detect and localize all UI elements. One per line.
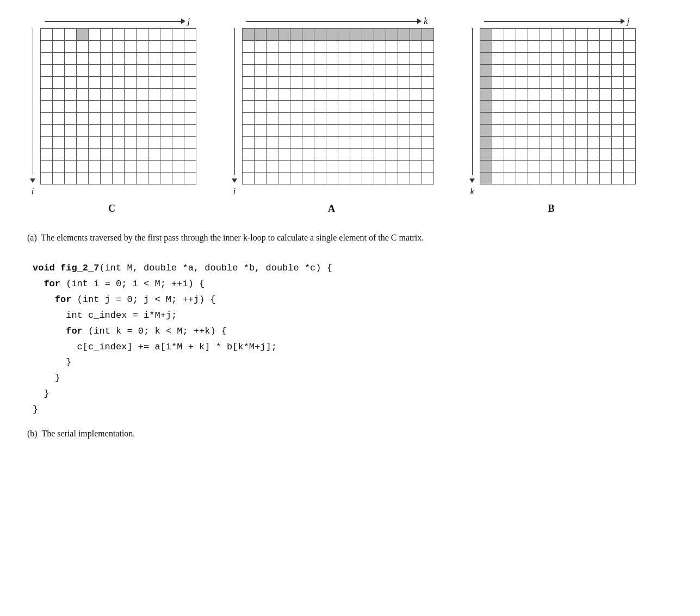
grid-b-cell	[492, 113, 504, 125]
grid-a-cell	[410, 149, 422, 161]
j-axis-arrow-c: j	[34, 16, 190, 26]
grid-a-cell	[350, 173, 362, 184]
grid-b-cell	[600, 149, 612, 161]
grid-b-cell	[564, 89, 576, 101]
grid-b-cell	[528, 65, 540, 77]
grid-c-cell	[65, 29, 77, 41]
grid-b-cell	[588, 173, 600, 184]
grid-a-cell	[350, 101, 362, 113]
grid-c-cell	[89, 65, 101, 77]
grid-b-cell	[492, 65, 504, 77]
grid-b-cell	[492, 125, 504, 137]
grid-c-cell	[53, 29, 65, 41]
grid-b-cell	[540, 29, 552, 41]
grid-b-cell	[540, 65, 552, 77]
grid-a-cell	[374, 125, 386, 137]
grid-c-cell	[184, 101, 196, 113]
grid-a-cell	[243, 137, 255, 149]
grid-c-cell	[172, 101, 184, 113]
grid-b-cell	[624, 29, 636, 41]
grid-b-cell	[552, 125, 564, 137]
grid-a-cell	[410, 101, 422, 113]
grid-a-cell	[338, 53, 350, 65]
grid-b-cell	[516, 149, 528, 161]
grid-a-cell	[410, 41, 422, 53]
grid-c-cell	[125, 137, 137, 149]
grid-c-cell	[101, 65, 113, 77]
grid-b-cell	[504, 173, 516, 184]
grid-a-cell	[362, 89, 374, 101]
grid-a-cell	[267, 173, 278, 184]
grid-c-cell	[41, 65, 53, 77]
grid-b-cell	[480, 113, 492, 125]
grid-a-cell	[386, 29, 398, 41]
grid-b-cell	[516, 89, 528, 101]
grid-b-cell	[576, 149, 588, 161]
grid-c-cell	[41, 89, 53, 101]
grid-b-cell	[564, 137, 576, 149]
grid-a-cell	[362, 137, 374, 149]
grid-a-cell	[290, 149, 302, 161]
grid-b-cell	[480, 161, 492, 173]
grid-c-cell	[41, 161, 53, 173]
grid-c-cell	[65, 41, 77, 53]
grid-b-cell	[588, 137, 600, 149]
k-label-b: k	[470, 187, 474, 196]
grid-c-cell	[101, 149, 113, 161]
grid-a-cell	[290, 173, 302, 184]
j-axis-arrow-b: j	[473, 16, 630, 26]
grid-a-cell	[338, 137, 350, 149]
grid-a-cell	[243, 149, 255, 161]
grid-b-cell	[528, 53, 540, 65]
grid-c-cell	[113, 29, 125, 41]
grid-a-cell	[255, 65, 267, 77]
grid-b-cell	[504, 137, 516, 149]
grid-c-cell	[137, 125, 148, 137]
grid-c-cell	[160, 77, 172, 89]
grid-b-cell	[516, 53, 528, 65]
grid-c-cell	[148, 41, 160, 53]
grid-c-cell	[125, 149, 137, 161]
grid-b-cell	[492, 149, 504, 161]
grid-b-cell	[540, 53, 552, 65]
grid-a-cell	[267, 65, 278, 77]
arrow-head-right-a	[417, 16, 422, 26]
caption-a-text: The elements traversed by the first pass…	[41, 233, 424, 242]
grid-a-cell	[314, 89, 326, 101]
grid-b-cell	[612, 113, 624, 125]
grid-b-cell	[540, 125, 552, 137]
grid-a-cell	[386, 53, 398, 65]
grid-b-cell	[492, 53, 504, 65]
grid-a-cell	[410, 113, 422, 125]
grid-c-cell	[160, 149, 172, 161]
grid-a-cell	[326, 125, 338, 137]
grid-b-cell	[624, 137, 636, 149]
grid-b-cell	[528, 41, 540, 53]
grid-b-cell	[624, 125, 636, 137]
grid-a-cell	[326, 89, 338, 101]
grid-c-cell	[41, 125, 53, 137]
grid-b-cell	[480, 65, 492, 77]
grid-a-cell	[243, 29, 255, 41]
j-label-b: j	[627, 16, 629, 26]
grid-c-cell	[41, 173, 53, 184]
grid-a-cell	[290, 125, 302, 137]
grid-c-cell	[101, 29, 113, 41]
matrix-a-container: k i A	[229, 16, 434, 214]
grid-a-cell	[290, 65, 302, 77]
grid-b-cell	[552, 41, 564, 53]
grid-a-cell	[290, 113, 302, 125]
code-line-9: }	[33, 386, 678, 402]
grid-a-cell	[338, 65, 350, 77]
grid-c-cell	[137, 53, 148, 65]
grid-b-cell	[492, 137, 504, 149]
grid-c-cell	[77, 125, 89, 137]
code-line-5: for (int k = 0; k < M; ++k) {	[33, 324, 678, 340]
grid-a-cell	[243, 77, 255, 89]
grid-a-cell	[278, 161, 290, 173]
grid-c-cell	[160, 125, 172, 137]
grid-b-cell	[564, 173, 576, 184]
caption-b: (b) The serial implementation.	[22, 429, 678, 439]
grid-b-cell	[600, 41, 612, 53]
grid-c-cell	[65, 101, 77, 113]
